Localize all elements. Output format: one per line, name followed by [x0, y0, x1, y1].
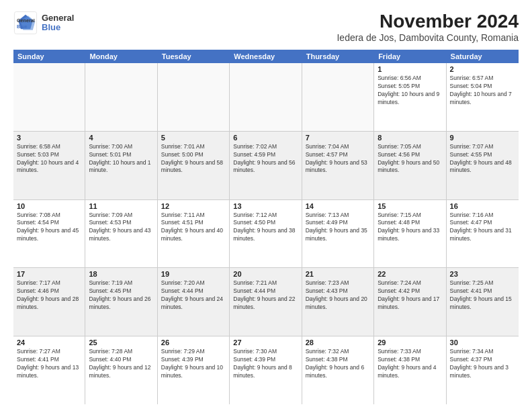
day-info: Sunrise: 7:08 AM Sunset: 4:54 PM Dayligh…: [17, 212, 81, 244]
calendar-cell: 3Sunrise: 6:58 AM Sunset: 5:03 PM Daylig…: [13, 132, 85, 199]
day-number: 16: [450, 202, 515, 210]
day-number: 29: [378, 338, 442, 347]
calendar-cell: 17Sunrise: 7:17 AM Sunset: 4:46 PM Dayli…: [13, 268, 85, 336]
day-info: Sunrise: 7:29 AM Sunset: 4:39 PM Dayligh…: [161, 348, 226, 380]
title-section: November 2024 Iedera de Jos, Dambovita C…: [337, 11, 519, 43]
day-info: Sunrise: 7:07 AM Sunset: 4:55 PM Dayligh…: [450, 143, 515, 175]
calendar-cell: 28Sunrise: 7:32 AM Sunset: 4:38 PM Dayli…: [302, 336, 374, 404]
weekday-header-friday: Friday: [374, 50, 446, 63]
calendar-cell: 7Sunrise: 7:04 AM Sunset: 4:57 PM Daylig…: [302, 132, 374, 199]
calendar-cell: [85, 63, 157, 131]
day-info: Sunrise: 7:16 AM Sunset: 4:47 PM Dayligh…: [450, 212, 515, 244]
day-number: 11: [89, 202, 153, 210]
calendar-cell: 18Sunrise: 7:19 AM Sunset: 4:45 PM Dayli…: [85, 268, 157, 336]
calendar-cell: 2Sunrise: 6:57 AM Sunset: 5:04 PM Daylig…: [447, 63, 519, 131]
day-info: Sunrise: 7:24 AM Sunset: 4:42 PM Dayligh…: [378, 279, 442, 312]
page: General Blue General Blue November 2024 …: [0, 0, 532, 411]
day-number: 24: [17, 338, 81, 347]
day-info: Sunrise: 7:09 AM Sunset: 4:53 PM Dayligh…: [89, 212, 153, 244]
calendar-cell: 29Sunrise: 7:33 AM Sunset: 4:38 PM Dayli…: [374, 336, 446, 404]
day-info: Sunrise: 7:20 AM Sunset: 4:44 PM Dayligh…: [161, 279, 226, 312]
day-info: Sunrise: 7:04 AM Sunset: 4:57 PM Dayligh…: [306, 143, 370, 175]
calendar-header: SundayMondayTuesdayWednesdayThursdayFrid…: [13, 50, 519, 63]
day-info: Sunrise: 7:00 AM Sunset: 5:01 PM Dayligh…: [89, 143, 153, 175]
day-info: Sunrise: 7:33 AM Sunset: 4:38 PM Dayligh…: [378, 348, 442, 380]
calendar-cell: 5Sunrise: 7:01 AM Sunset: 5:00 PM Daylig…: [158, 132, 230, 199]
day-number: 7: [306, 134, 370, 142]
calendar-cell: 20Sunrise: 7:21 AM Sunset: 4:44 PM Dayli…: [230, 268, 302, 336]
day-info: Sunrise: 7:12 AM Sunset: 4:50 PM Dayligh…: [233, 212, 298, 244]
day-info: Sunrise: 7:25 AM Sunset: 4:41 PM Dayligh…: [450, 279, 515, 312]
day-number: 10: [17, 202, 81, 210]
day-number: 25: [89, 338, 153, 347]
calendar-row-1: 3Sunrise: 6:58 AM Sunset: 5:03 PM Daylig…: [13, 132, 519, 200]
day-number: 14: [306, 202, 370, 210]
calendar-cell: 22Sunrise: 7:24 AM Sunset: 4:42 PM Dayli…: [374, 268, 446, 336]
day-number: 3: [17, 134, 81, 142]
calendar-row-0: 1Sunrise: 6:56 AM Sunset: 5:05 PM Daylig…: [13, 63, 519, 132]
calendar-cell: 12Sunrise: 7:11 AM Sunset: 4:51 PM Dayli…: [158, 200, 230, 268]
day-number: 1: [378, 65, 442, 73]
calendar-cell: 24Sunrise: 7:27 AM Sunset: 4:41 PM Dayli…: [13, 336, 85, 404]
calendar-title: November 2024: [337, 11, 519, 32]
day-info: Sunrise: 7:27 AM Sunset: 4:41 PM Dayligh…: [17, 348, 81, 380]
day-info: Sunrise: 7:02 AM Sunset: 4:59 PM Dayligh…: [233, 143, 298, 175]
day-info: Sunrise: 6:56 AM Sunset: 5:05 PM Dayligh…: [378, 75, 442, 107]
calendar-cell: 26Sunrise: 7:29 AM Sunset: 4:39 PM Dayli…: [158, 336, 230, 404]
calendar-cell: 15Sunrise: 7:15 AM Sunset: 4:48 PM Dayli…: [374, 200, 446, 268]
calendar-cell: [302, 63, 374, 131]
calendar-row-4: 24Sunrise: 7:27 AM Sunset: 4:41 PM Dayli…: [13, 336, 519, 404]
day-info: Sunrise: 7:30 AM Sunset: 4:39 PM Dayligh…: [233, 348, 298, 380]
calendar-body: 1Sunrise: 6:56 AM Sunset: 5:05 PM Daylig…: [13, 63, 519, 404]
calendar-cell: 10Sunrise: 7:08 AM Sunset: 4:54 PM Dayli…: [13, 200, 85, 268]
calendar-cell: 14Sunrise: 7:13 AM Sunset: 4:49 PM Dayli…: [302, 200, 374, 268]
day-number: 17: [17, 270, 81, 278]
day-number: 2: [450, 65, 515, 73]
day-info: Sunrise: 7:28 AM Sunset: 4:40 PM Dayligh…: [89, 348, 153, 380]
logo-icon: General Blue: [13, 11, 38, 35]
calendar-cell: 13Sunrise: 7:12 AM Sunset: 4:50 PM Dayli…: [230, 200, 302, 268]
day-info: Sunrise: 7:13 AM Sunset: 4:49 PM Dayligh…: [306, 212, 370, 244]
day-info: Sunrise: 7:11 AM Sunset: 4:51 PM Dayligh…: [161, 212, 226, 244]
day-info: Sunrise: 7:34 AM Sunset: 4:37 PM Dayligh…: [450, 348, 515, 380]
logo-blue: Blue: [42, 23, 74, 32]
calendar-cell: [158, 63, 230, 131]
day-number: 30: [450, 338, 515, 347]
weekday-header-sunday: Sunday: [13, 50, 85, 63]
day-number: 13: [233, 202, 298, 210]
logo: General Blue General Blue: [13, 11, 74, 35]
calendar-cell: 8Sunrise: 7:05 AM Sunset: 4:56 PM Daylig…: [374, 132, 446, 199]
calendar-subtitle: Iedera de Jos, Dambovita County, Romania: [337, 32, 519, 43]
day-number: 22: [378, 270, 442, 278]
calendar-row-2: 10Sunrise: 7:08 AM Sunset: 4:54 PM Dayli…: [13, 200, 519, 269]
calendar-cell: 23Sunrise: 7:25 AM Sunset: 4:41 PM Dayli…: [447, 268, 519, 336]
day-info: Sunrise: 7:19 AM Sunset: 4:45 PM Dayligh…: [89, 279, 153, 312]
day-number: 12: [161, 202, 226, 210]
day-number: 9: [450, 134, 515, 142]
day-number: 19: [161, 270, 226, 278]
day-info: Sunrise: 7:21 AM Sunset: 4:44 PM Dayligh…: [233, 279, 298, 312]
weekday-header-saturday: Saturday: [447, 50, 519, 63]
day-info: Sunrise: 7:17 AM Sunset: 4:46 PM Dayligh…: [17, 279, 81, 312]
calendar-cell: 27Sunrise: 7:30 AM Sunset: 4:39 PM Dayli…: [230, 336, 302, 404]
calendar-cell: 21Sunrise: 7:23 AM Sunset: 4:43 PM Dayli…: [302, 268, 374, 336]
day-info: Sunrise: 6:58 AM Sunset: 5:03 PM Dayligh…: [17, 143, 81, 175]
logo-text: General Blue: [42, 13, 74, 33]
svg-text:General: General: [17, 17, 35, 24]
calendar-cell: [13, 63, 85, 131]
day-number: 15: [378, 202, 442, 210]
weekday-header-tuesday: Tuesday: [158, 50, 230, 63]
calendar-cell: 1Sunrise: 6:56 AM Sunset: 5:05 PM Daylig…: [374, 63, 446, 131]
header: General Blue General Blue November 2024 …: [13, 11, 519, 43]
weekday-header-monday: Monday: [85, 50, 157, 63]
day-info: Sunrise: 7:23 AM Sunset: 4:43 PM Dayligh…: [306, 279, 370, 312]
weekday-header-thursday: Thursday: [302, 50, 374, 63]
calendar-cell: 11Sunrise: 7:09 AM Sunset: 4:53 PM Dayli…: [85, 200, 157, 268]
day-info: Sunrise: 7:32 AM Sunset: 4:38 PM Dayligh…: [306, 348, 370, 380]
calendar-cell: 9Sunrise: 7:07 AM Sunset: 4:55 PM Daylig…: [447, 132, 519, 199]
weekday-header-wednesday: Wednesday: [230, 50, 302, 63]
logo-general: General: [42, 13, 74, 23]
calendar-cell: 30Sunrise: 7:34 AM Sunset: 4:37 PM Dayli…: [447, 336, 519, 404]
calendar-cell: 19Sunrise: 7:20 AM Sunset: 4:44 PM Dayli…: [158, 268, 230, 336]
day-number: 18: [89, 270, 153, 278]
